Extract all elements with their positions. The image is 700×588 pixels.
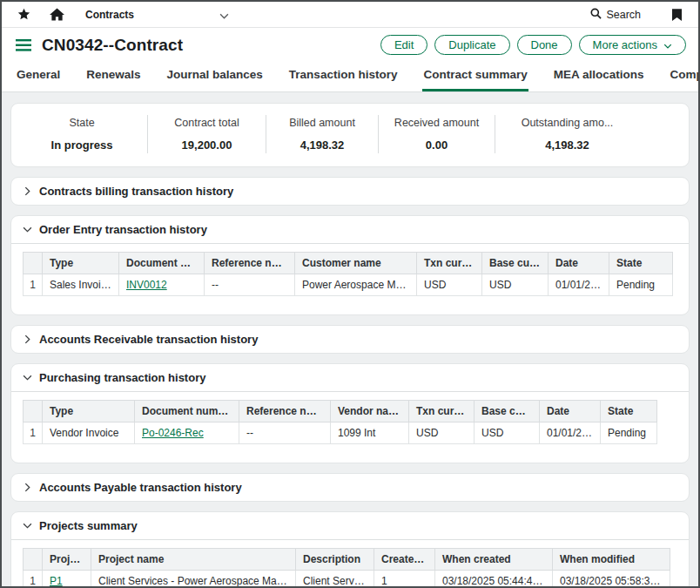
record-link[interactable]: P1 (50, 575, 63, 587)
table-cell: USD (409, 422, 475, 444)
section-toggle-contracts-billing[interactable]: Contracts billing transaction history (11, 178, 689, 205)
chevron-down-icon (219, 7, 229, 23)
chevron-right-icon (23, 186, 32, 196)
section-toggle-accounts-receivable[interactable]: Accounts Receivable transaction history (11, 326, 689, 353)
edit-button[interactable]: Edit (380, 35, 427, 55)
stat-value: 19,200.00 (157, 139, 257, 152)
search-icon (590, 8, 602, 22)
stat-state: State In progress (17, 115, 147, 153)
section-title: Order Entry transaction history (39, 223, 207, 236)
stat-value: 4,198.32 (504, 139, 630, 152)
row-number-header (24, 401, 43, 422)
table-cell: 03/18/2025 05:44:44 AM (435, 571, 553, 588)
record-link[interactable]: Po-0246-Rec (142, 427, 204, 439)
column-header: Base currency (475, 401, 540, 422)
tab-renewals[interactable]: Renewals (85, 68, 141, 91)
column-header: Type (43, 253, 119, 274)
section-accounts-payable: Accounts Payable transaction history (10, 473, 690, 502)
section-toggle-order-entry[interactable]: Order Entry transaction history (11, 216, 689, 244)
home-icon[interactable] (47, 5, 66, 24)
tab-general[interactable]: General (16, 68, 61, 91)
duplicate-button-label: Duplicate (448, 38, 495, 51)
column-header: Type (43, 401, 135, 422)
section-toggle-purchasing[interactable]: Purchasing transaction history (11, 364, 689, 392)
app-window: Contracts Search CN0342--Contract Edi (0, 0, 700, 588)
tab-mea-allocations[interactable]: MEA allocations (553, 68, 645, 91)
section-title: Accounts Payable transaction history (39, 481, 242, 494)
column-header: Reference number (239, 401, 331, 422)
chevron-down-icon (23, 226, 32, 233)
column-header: Created by (374, 549, 435, 571)
page-title: CN0342--Contract (42, 36, 183, 55)
edit-button-label: Edit (394, 38, 414, 51)
section-title: Projects summary (39, 519, 138, 532)
tab-compliance[interactable]: Compliance (669, 68, 700, 91)
table-cell: Client Services - Power Aerospace Materi… (91, 571, 296, 588)
page-content: State In progress Contract total 19,200.… (2, 92, 698, 588)
table-cell: 01/01/2025 (540, 422, 601, 444)
table-cell: -- (205, 274, 295, 296)
global-search[interactable]: Search (590, 8, 641, 22)
record-header: CN0342--Contract Edit Duplicate Done Mor… (2, 28, 698, 63)
section-purchasing: Purchasing transaction history TypeDocum… (10, 363, 690, 463)
column-header: Date (549, 253, 609, 274)
table-cell: -- (239, 422, 331, 444)
table-cell: Client Services (296, 571, 374, 588)
tab-contract-summary[interactable]: Contract summary (422, 68, 528, 91)
section-toggle-accounts-payable[interactable]: Accounts Payable transaction history (11, 474, 689, 501)
table-header-row: TypeDocument numberReference numberVendo… (24, 401, 657, 422)
module-dropdown[interactable]: Contracts (85, 7, 229, 23)
column-header: Date (540, 401, 601, 422)
record-link[interactable]: INV0012 (126, 279, 167, 291)
more-actions-button[interactable]: More actions (579, 35, 686, 55)
favorite-star-icon[interactable] (14, 5, 33, 24)
list-menu-icon[interactable] (16, 39, 31, 51)
stat-label: State (25, 117, 138, 129)
table-cell: 1 (374, 571, 435, 588)
section-title: Accounts Receivable transaction history (39, 333, 258, 346)
tab-journal-balances[interactable]: Journal balances (166, 68, 264, 91)
duplicate-button[interactable]: Duplicate (434, 35, 509, 55)
column-header: Txn currency (417, 253, 482, 274)
done-button[interactable]: Done (517, 35, 572, 55)
section-toggle-projects-summary[interactable]: Projects summary (11, 512, 689, 540)
module-dropdown-label: Contracts (85, 9, 134, 21)
data-table: TypeDocument numberReference numberCusto… (23, 252, 673, 296)
column-header: Project name (91, 549, 296, 571)
data-table: ProjectProject nameDescriptionCreated by… (23, 548, 670, 588)
table-cell: Pending (601, 422, 657, 444)
tab-transaction-history[interactable]: Transaction history (288, 68, 399, 91)
column-header: Document number (119, 253, 205, 274)
stat-value: 4,198.32 (275, 139, 369, 152)
table-header-row: ProjectProject nameDescriptionCreated by… (24, 549, 670, 571)
table-row: 1Vendor InvoicePo-0246-Rec--1099 IntUSDU… (24, 422, 657, 444)
table-row: 1Sales InvoiceINV0012--Power Aerospace M… (24, 274, 673, 296)
stat-contract-total: Contract total 19,200.00 (148, 115, 266, 153)
bookmark-icon[interactable] (667, 5, 686, 24)
table-cell: Vendor Invoice (43, 422, 135, 444)
stat-received-amount: Received amount 0.00 (379, 115, 495, 153)
chevron-right-icon (23, 483, 32, 492)
table-cell: USD (475, 422, 540, 444)
stat-label: Billed amount (275, 117, 369, 129)
table-cell: 1099 Int (331, 422, 409, 444)
section-title: Contracts billing transaction history (39, 185, 233, 198)
section-title: Purchasing transaction history (39, 371, 205, 384)
summary-stats-card: State In progress Contract total 19,200.… (10, 103, 690, 167)
table-header-row: TypeDocument numberReference numberCusto… (24, 253, 673, 274)
column-header: Txn currency (409, 401, 475, 422)
section-projects-summary: Projects summary ProjectProject nameDesc… (10, 511, 690, 588)
table-cell: P1 (43, 571, 91, 588)
projects-table-container: ProjectProject nameDescriptionCreated by… (11, 540, 689, 588)
table-cell: Sales Invoice (43, 274, 119, 296)
stat-label: Outstanding amo... (504, 117, 630, 129)
chevron-down-icon (663, 38, 672, 51)
table-cell: Power Aerospace Materials (295, 274, 417, 296)
search-label: Search (606, 9, 641, 21)
stat-outstanding-amount: Outstanding amo... 4,198.32 (495, 115, 639, 153)
chevron-right-icon (23, 335, 32, 344)
row-number: 1 (24, 422, 43, 444)
order-entry-table-container: TypeDocument numberReference numberCusto… (11, 244, 689, 314)
chevron-down-icon (23, 375, 32, 381)
column-header: Base currency (482, 253, 549, 274)
